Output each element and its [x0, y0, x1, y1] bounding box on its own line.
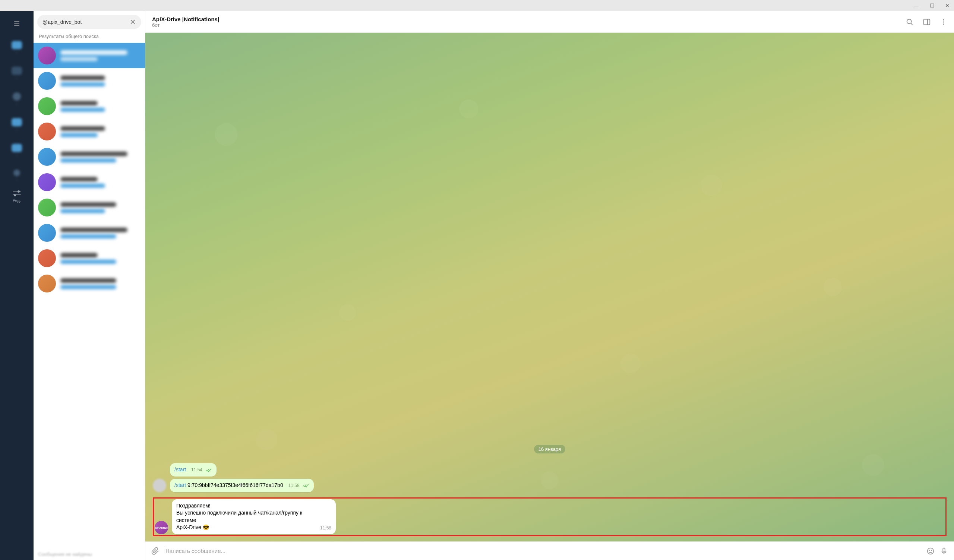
message-row-outgoing: /start 11:54 /start 9:70:9bbff74e3375f3e… [153, 463, 946, 492]
chat-row[interactable] [34, 271, 145, 296]
svg-rect-5 [924, 19, 930, 25]
svg-point-8 [943, 21, 944, 22]
rail-tab-3[interactable]: ··· [12, 92, 21, 106]
composer [145, 541, 954, 560]
chat-row[interactable] [34, 246, 145, 271]
date-divider: 16 января [534, 445, 565, 453]
chat-row[interactable] [34, 93, 145, 119]
chat-body: 16 января /start 11:54 /start 9:70:9bbff… [145, 33, 954, 541]
chat-title: ApiX-Drive |Notifications| [152, 16, 906, 22]
hamburger-menu[interactable] [0, 18, 34, 29]
window-close[interactable]: ✕ [945, 3, 949, 9]
message-time: 11:54 [191, 467, 203, 473]
message-bubble[interactable]: Поздравляем! Вы успешно подключили данны… [172, 499, 336, 534]
chat-row[interactable] [34, 144, 145, 170]
svg-point-10 [928, 548, 934, 554]
svg-line-4 [911, 23, 912, 24]
message-command: /start [175, 482, 186, 488]
message-row-incoming: APIXDrive Поздравляем! Вы успешно подклю… [155, 499, 945, 534]
rail-tab-5[interactable]: ··· [12, 144, 22, 158]
svg-point-11 [929, 550, 930, 550]
chat-row[interactable] [34, 119, 145, 144]
chat-header-titles[interactable]: ApiX-Drive |Notifications| бот [152, 16, 906, 28]
chat-row[interactable] [34, 170, 145, 195]
composer-input[interactable] [165, 548, 921, 554]
svg-rect-13 [943, 548, 945, 552]
bot-avatar: APIXDrive [155, 521, 168, 534]
chatlist-column: ✕ Результаты общего поиска Сообщения не … [34, 11, 145, 560]
sidebar-toggle-icon[interactable] [923, 18, 931, 26]
read-checks-icon [302, 483, 309, 488]
message-text: Поздравляем! [176, 502, 313, 510]
chat-row[interactable] [34, 195, 145, 220]
user-avatar [153, 479, 166, 492]
rail-tab-1[interactable]: ··· [12, 41, 22, 55]
message-command: /start [175, 467, 186, 473]
rail-tab-2[interactable]: ··· [12, 67, 22, 81]
search-icon[interactable] [906, 18, 914, 26]
search-clear-icon[interactable]: ✕ [130, 18, 136, 26]
window-minimize[interactable]: — [914, 3, 919, 9]
window-maximize[interactable]: ☐ [930, 3, 935, 9]
voice-icon[interactable] [940, 547, 948, 555]
emoji-icon[interactable] [926, 547, 935, 555]
more-menu-icon[interactable] [940, 18, 947, 26]
chat-row[interactable] [34, 220, 145, 246]
message-time: 11:58 [288, 483, 299, 488]
chat-row[interactable] [34, 68, 145, 93]
svg-point-7 [943, 19, 944, 20]
message-text: Вы успешно подключили данный чат/канал/г… [176, 509, 313, 524]
highlighted-region: APIXDrive Поздравляем! Вы успешно подклю… [153, 498, 946, 536]
chat-row[interactable] [34, 43, 145, 68]
message-bubble[interactable]: /start 9:70:9bbff74e3375f3e4f66f616f77da… [170, 479, 314, 492]
rail-tab-4[interactable]: ··· [12, 118, 22, 132]
chat-header: ApiX-Drive |Notifications| бот [145, 11, 954, 33]
svg-point-3 [907, 19, 912, 23]
window-titlebar: — ☐ ✕ [0, 0, 954, 11]
message-text: ApiX-Drive 😎 [176, 524, 313, 531]
read-checks-icon [205, 468, 212, 473]
svg-point-9 [943, 23, 944, 25]
search-results-label: Результаты общего поиска [34, 34, 145, 43]
svg-point-12 [931, 550, 932, 550]
search-input[interactable] [42, 19, 127, 25]
search-box: ✕ [37, 15, 141, 29]
message-bubble[interactable]: /start 11:54 [170, 463, 217, 476]
attach-icon[interactable] [151, 547, 159, 555]
rail-tab-6[interactable]: ··· [13, 170, 20, 182]
search-bottom-note: Сообщения не найдены [34, 548, 145, 560]
chat-subtitle: бот [152, 22, 906, 28]
message-text: 9:70:9bbff74e3375f3e4f66f616f77da17b0 [186, 482, 283, 488]
app-rail: ··· ··· ··· ··· ··· ··· Ред. [0, 11, 34, 560]
message-time: 11:58 [320, 525, 331, 531]
rail-edit-label: Ред. [12, 198, 21, 203]
rail-edit[interactable]: Ред. [12, 191, 21, 203]
